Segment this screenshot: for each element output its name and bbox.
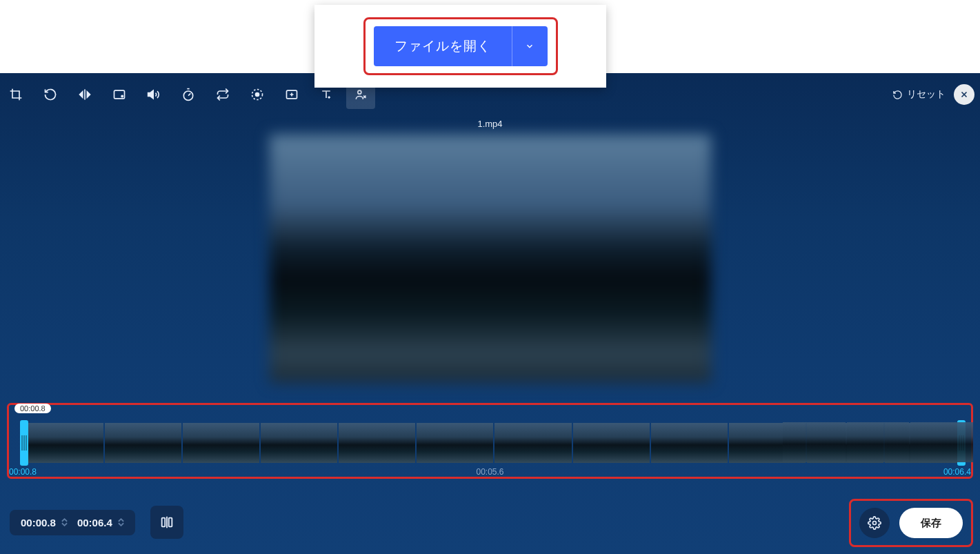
aspect-tool[interactable] bbox=[105, 80, 134, 109]
current-time-badge: 00:00.8 bbox=[14, 404, 51, 413]
svg-rect-8 bbox=[161, 518, 165, 527]
undo-icon bbox=[43, 88, 57, 101]
svg-point-1 bbox=[121, 95, 123, 97]
start-time-value: 00:00.8 bbox=[21, 517, 56, 528]
text-icon bbox=[319, 88, 333, 101]
chevron-down-icon bbox=[118, 522, 124, 527]
close-icon bbox=[959, 90, 969, 99]
open-file-highlight: ファイルを開く bbox=[363, 17, 558, 75]
timeline-times: 00:00.8 00:05.6 00:06.4 bbox=[9, 467, 971, 477]
close-button[interactable] bbox=[954, 84, 974, 105]
open-file-dialog: ファイルを開く bbox=[314, 5, 606, 88]
start-stepper-arrows[interactable] bbox=[61, 517, 68, 527]
chevron-up-icon bbox=[118, 517, 124, 522]
chevron-up-icon bbox=[61, 517, 68, 522]
enhance-tool[interactable] bbox=[277, 80, 306, 109]
preview-wrap bbox=[0, 135, 980, 383]
enhance-icon bbox=[285, 88, 299, 101]
timeline-start-time: 00:00.8 bbox=[9, 467, 37, 477]
volume-tool[interactable] bbox=[139, 80, 168, 109]
chevron-down-icon bbox=[61, 522, 68, 527]
time-range-panel: 00:00.8 00:06.4 bbox=[10, 510, 135, 535]
end-time-value: 00:06.4 bbox=[77, 517, 112, 528]
file-name: 1.mp4 bbox=[0, 119, 980, 129]
timeline-mid-time: 00:05.6 bbox=[476, 467, 503, 477]
split-icon bbox=[159, 515, 174, 530]
flip-horizontal-icon bbox=[78, 88, 92, 101]
timeline-frames-outside bbox=[783, 422, 973, 462]
chevron-down-icon bbox=[525, 41, 534, 51]
end-time-stepper[interactable]: 00:06.4 bbox=[77, 517, 124, 528]
undo-tool[interactable] bbox=[36, 80, 65, 109]
motion-tool[interactable] bbox=[243, 80, 272, 109]
open-file-label: ファイルを開く bbox=[374, 26, 512, 66]
split-button[interactable] bbox=[150, 506, 183, 539]
trim-handle-left[interactable] bbox=[20, 420, 28, 466]
timeline-end-time: 00:06.4 bbox=[943, 467, 971, 477]
svg-marker-2 bbox=[148, 90, 154, 99]
loop-icon bbox=[216, 88, 230, 101]
reset-button[interactable]: リセット bbox=[892, 88, 946, 101]
reset-icon bbox=[892, 90, 903, 100]
svg-point-5 bbox=[256, 93, 259, 97]
flip-tool[interactable] bbox=[70, 80, 99, 109]
crop-icon bbox=[9, 88, 23, 101]
svg-point-11 bbox=[873, 522, 877, 525]
loop-tool[interactable] bbox=[208, 80, 237, 109]
save-button[interactable]: 保存 bbox=[899, 508, 963, 538]
volume-icon bbox=[147, 88, 161, 101]
editor-panel: リセット 1.mp4 00:00.8 00:00.8 00:05.6 bbox=[0, 73, 980, 554]
reset-label: リセット bbox=[907, 88, 946, 101]
save-label: 保存 bbox=[921, 517, 941, 530]
speed-icon bbox=[181, 88, 195, 101]
open-file-dropdown[interactable] bbox=[512, 26, 548, 66]
svg-rect-9 bbox=[169, 518, 172, 527]
crop-tool[interactable] bbox=[1, 80, 30, 109]
svg-point-7 bbox=[358, 90, 361, 94]
start-time-stepper[interactable]: 00:00.8 bbox=[21, 517, 68, 528]
bottom-bar: 00:00.8 00:06.4 保存 bbox=[0, 491, 980, 554]
settings-button[interactable] bbox=[859, 508, 890, 538]
gear-icon bbox=[868, 516, 881, 530]
video-preview[interactable] bbox=[270, 135, 711, 383]
aspect-ratio-icon bbox=[112, 88, 126, 101]
open-file-button[interactable]: ファイルを開く bbox=[374, 26, 548, 66]
speed-tool[interactable] bbox=[174, 80, 203, 109]
save-highlight: 保存 bbox=[849, 499, 973, 547]
motion-icon bbox=[250, 88, 264, 101]
person-remove-icon bbox=[354, 88, 368, 101]
end-stepper-arrows[interactable] bbox=[118, 517, 124, 527]
svg-rect-0 bbox=[114, 90, 125, 99]
